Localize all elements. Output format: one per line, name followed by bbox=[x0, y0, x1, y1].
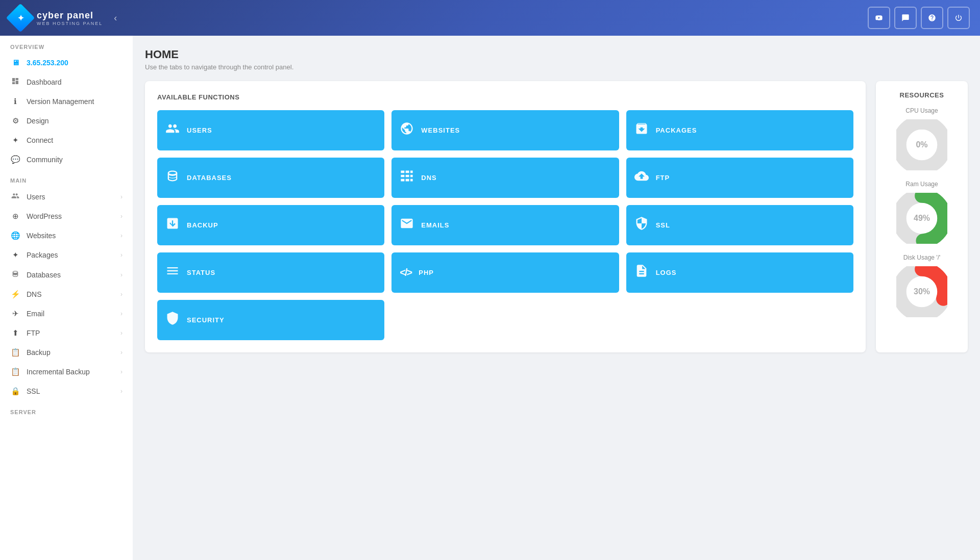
cpu-value: 0% bbox=[916, 140, 927, 149]
monitor-icon: 🖥 bbox=[10, 58, 20, 67]
sidebar-item-databases[interactable]: Databases › bbox=[0, 265, 133, 285]
func-php-label: PHP bbox=[419, 269, 434, 276]
resources-title: RESOURCES bbox=[884, 91, 960, 99]
support-button[interactable] bbox=[921, 7, 943, 29]
dns-arrow: › bbox=[120, 291, 122, 298]
sidebar-item-incremental-backup[interactable]: 📋 Incremental Backup › bbox=[0, 362, 133, 381]
func-users-label: USERS bbox=[187, 126, 212, 134]
wordpress-arrow: › bbox=[120, 213, 122, 220]
sidebar-item-community[interactable]: 💬 Community bbox=[0, 150, 133, 169]
backup-arrow: › bbox=[120, 349, 122, 356]
ssl-arrow: › bbox=[120, 388, 122, 395]
resources-panel: RESOURCES CPU Usage 0% Ram Usage bbox=[876, 81, 968, 352]
sidebar-item-users[interactable]: Users › bbox=[0, 187, 133, 207]
ram-label: Ram Usage bbox=[884, 181, 960, 188]
disk-label: Disk Usage '/' bbox=[884, 254, 960, 261]
websites-label: Websites bbox=[27, 232, 114, 240]
sidebar-item-design[interactable]: ⚙ Design bbox=[0, 111, 133, 131]
backup-icon: 📋 bbox=[10, 348, 20, 357]
sidebar-item-connect[interactable]: ✦ Connect bbox=[0, 131, 133, 150]
wordpress-label: WordPress bbox=[27, 212, 114, 220]
sidebar-collapse-button[interactable]: ‹ bbox=[114, 13, 117, 23]
disk-resource: Disk Usage '/' 30% bbox=[884, 254, 960, 317]
packages-icon: ✦ bbox=[10, 250, 20, 260]
design-icon: ⚙ bbox=[10, 116, 20, 125]
sidebar-item-email[interactable]: ✈ Email › bbox=[0, 304, 133, 323]
ssl-label: SSL bbox=[27, 387, 114, 395]
databases-label: Databases bbox=[27, 271, 114, 279]
func-card-logs[interactable]: LOGS bbox=[626, 252, 853, 293]
brand-sub: WEB HOSTING PANEL bbox=[37, 21, 103, 26]
sidebar-item-dns[interactable]: ⚡ DNS › bbox=[0, 285, 133, 304]
func-users-icon bbox=[165, 121, 180, 139]
func-card-databases[interactable]: DATABASES bbox=[157, 158, 384, 198]
sidebar-item-wordpress[interactable]: ⊕ WordPress › bbox=[0, 207, 133, 226]
ftp-label: FTP bbox=[27, 329, 114, 337]
func-databases-icon bbox=[165, 169, 180, 187]
ssl-icon: 🔒 bbox=[10, 387, 20, 396]
sidebar-item-dashboard[interactable]: Dashboard bbox=[0, 72, 133, 92]
incremental-backup-icon: 📋 bbox=[10, 367, 20, 376]
func-card-packages[interactable]: PACKAGES bbox=[626, 110, 853, 150]
email-label: Email bbox=[27, 310, 114, 318]
functions-grid: USERS WEBSITES PACKAGES bbox=[157, 110, 853, 340]
func-dns-icon bbox=[400, 169, 414, 187]
ip-address-label: 3.65.253.200 bbox=[27, 59, 122, 67]
cpu-resource: CPU Usage 0% bbox=[884, 107, 960, 170]
func-emails-icon bbox=[400, 216, 414, 234]
email-arrow: › bbox=[120, 310, 122, 317]
func-security-icon bbox=[165, 311, 180, 329]
incremental-backup-arrow: › bbox=[120, 368, 122, 375]
cpu-donut: 0% bbox=[896, 119, 947, 170]
func-ssl-label: SSL bbox=[656, 221, 670, 229]
func-security-label: SECURITY bbox=[187, 316, 225, 324]
func-card-status[interactable]: STATUS bbox=[157, 252, 384, 293]
func-ftp-label: FTP bbox=[656, 174, 670, 182]
sidebar-item-ip[interactable]: 🖥 3.65.253.200 bbox=[0, 53, 133, 72]
func-card-php[interactable]: </> PHP bbox=[391, 252, 619, 293]
func-card-emails[interactable]: EMAILS bbox=[391, 205, 619, 245]
func-logs-label: LOGS bbox=[656, 269, 677, 276]
youtube-button[interactable] bbox=[868, 7, 890, 29]
sidebar-item-ftp[interactable]: ⬆ FTP › bbox=[0, 323, 133, 343]
func-card-ssl[interactable]: SSL bbox=[626, 205, 853, 245]
func-card-security[interactable]: SECURITY bbox=[157, 300, 384, 340]
users-arrow: › bbox=[120, 193, 122, 200]
func-databases-label: DATABASES bbox=[187, 174, 232, 182]
connect-label: Connect bbox=[27, 136, 122, 144]
wordpress-icon: ⊕ bbox=[10, 212, 20, 221]
ram-donut: 49% bbox=[896, 193, 947, 244]
overview-section-label: OVERVIEW bbox=[0, 36, 133, 53]
users-label: Users bbox=[27, 193, 114, 201]
functions-title: AVAILABLE FUNCTIONS bbox=[157, 93, 853, 101]
sidebar-item-backup[interactable]: 📋 Backup › bbox=[0, 343, 133, 362]
community-label: Community bbox=[27, 156, 122, 164]
func-packages-icon bbox=[634, 121, 649, 139]
chat-button[interactable] bbox=[894, 7, 917, 29]
func-card-backup[interactable]: BACKUP bbox=[157, 205, 384, 245]
sidebar-item-ssl[interactable]: 🔒 SSL › bbox=[0, 381, 133, 401]
backup-label: Backup bbox=[27, 348, 114, 357]
incremental-backup-label: Incremental Backup bbox=[27, 368, 114, 376]
disk-value: 30% bbox=[914, 287, 930, 296]
dns-icon: ⚡ bbox=[10, 290, 20, 299]
brand-name: cyber panel bbox=[37, 10, 103, 21]
func-card-dns[interactable]: DNS bbox=[391, 158, 619, 198]
power-button[interactable] bbox=[947, 7, 970, 29]
sidebar-item-version-management[interactable]: ℹ Version Management bbox=[0, 92, 133, 111]
info-icon: ℹ bbox=[10, 97, 20, 106]
func-websites-label: WEBSITES bbox=[421, 126, 460, 134]
dashboard-label: Dashboard bbox=[27, 78, 122, 86]
page-subtitle: Use the tabs to navigate through the con… bbox=[145, 63, 968, 71]
sidebar-item-websites[interactable]: 🌐 Websites › bbox=[0, 226, 133, 245]
packages-label: Packages bbox=[27, 251, 114, 259]
func-card-ftp[interactable]: FTP bbox=[626, 158, 853, 198]
databases-arrow: › bbox=[120, 271, 122, 278]
ram-value: 49% bbox=[914, 214, 930, 223]
func-status-label: STATUS bbox=[187, 269, 215, 276]
func-card-users[interactable]: USERS bbox=[157, 110, 384, 150]
func-backup-label: BACKUP bbox=[187, 221, 218, 229]
func-card-websites[interactable]: WEBSITES bbox=[391, 110, 619, 150]
sidebar-item-packages[interactable]: ✦ Packages › bbox=[0, 245, 133, 265]
email-icon: ✈ bbox=[10, 309, 20, 318]
